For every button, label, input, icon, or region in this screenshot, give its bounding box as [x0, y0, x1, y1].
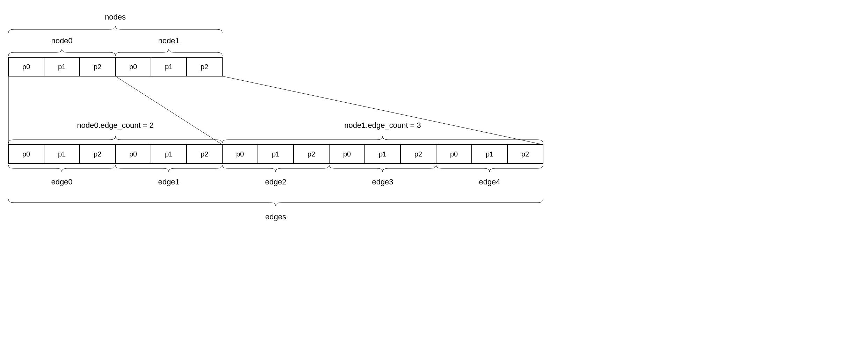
edge3-p0-label: p0: [343, 150, 351, 158]
edge0-p0-label: p0: [22, 150, 30, 158]
edge4-brace-label: edge4: [479, 177, 500, 186]
edge1-brace: [115, 165, 222, 172]
edge1-p1-label: p1: [165, 150, 173, 158]
node1-p2-label: p2: [201, 63, 208, 71]
edge2-p1-label: p1: [272, 150, 280, 158]
nodes-brace: [8, 26, 222, 33]
node1-right-connector: [222, 76, 543, 145]
edge0-brace-label: edge0: [51, 177, 72, 186]
edge3-p2-label: p2: [414, 150, 422, 158]
edge3-brace-label: edge3: [372, 177, 393, 186]
edge2-brace: [222, 165, 329, 172]
node0-brace-label: node0: [51, 36, 72, 45]
node0-p2-label: p2: [94, 63, 101, 71]
node1-p0-label: p0: [129, 63, 137, 71]
edge-count1-brace: [222, 136, 543, 143]
edge-count0-brace: [8, 136, 222, 143]
edge1-brace-label: edge1: [158, 177, 179, 186]
edge1-p2-label: p2: [201, 150, 208, 158]
edge2-p0-label: p0: [236, 150, 244, 158]
diagram-canvas: p0 p1 p2 p0 p1 p2 node0 node1 nodes: [0, 0, 868, 350]
edge0-brace: [8, 165, 115, 172]
edge-count1-label: node1.edge_count = 3: [344, 121, 421, 130]
node0-brace: [8, 49, 115, 56]
node1-p1-label: p1: [165, 63, 173, 71]
edge4-p1-label: p1: [486, 150, 493, 158]
node0-p1-label: p1: [58, 63, 66, 71]
node1-brace-label: node1: [158, 36, 179, 45]
node0-right-connector: [115, 76, 222, 145]
edge2-brace-label: edge2: [265, 177, 286, 186]
node0-p0-label: p0: [22, 63, 30, 71]
edge4-brace: [436, 165, 543, 172]
edge0-p1-label: p1: [58, 150, 66, 158]
edge4-p2-label: p2: [521, 150, 529, 158]
edge-count0-label: node0.edge_count = 2: [77, 121, 154, 130]
edge4-p0-label: p0: [450, 150, 458, 158]
edges-brace: [8, 199, 543, 206]
edge0-p2-label: p2: [94, 150, 101, 158]
edge3-p1-label: p1: [379, 150, 386, 158]
edge3-brace: [329, 165, 436, 172]
edge1-p0-label: p0: [129, 150, 137, 158]
edge2-p2-label: p2: [308, 150, 315, 158]
edges-brace-label: edges: [265, 212, 286, 221]
edges-row: p0 p1 p2 p0 p1 p2 p0 p1 p2 p0 p1 p2 p0 p…: [8, 145, 543, 163]
nodes-brace-label: nodes: [105, 13, 126, 21]
node1-brace: [115, 49, 222, 56]
nodes-row: p0 p1 p2 p0 p1 p2: [8, 57, 222, 76]
